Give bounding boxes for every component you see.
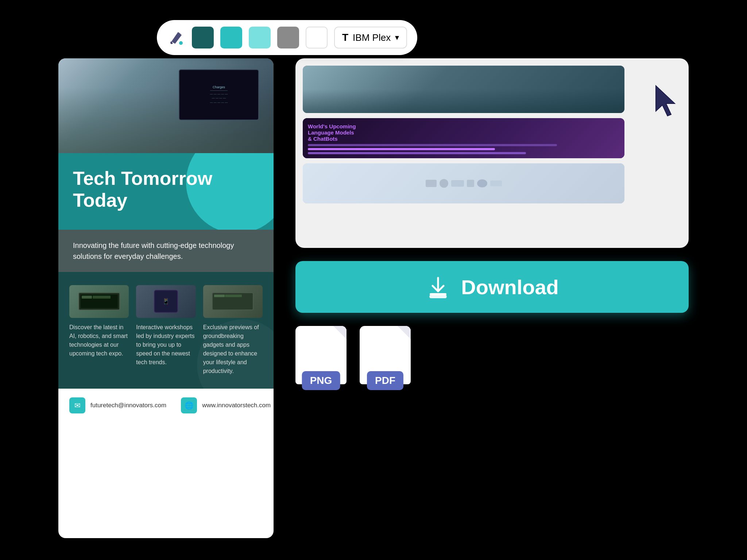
globe-icon: 🌐 [181, 397, 197, 413]
file-format-pdf[interactable]: PDF [360, 326, 411, 384]
contact-website-text: www.innovatorstech.com [202, 402, 271, 409]
photo-background: Charges — — — — —— — — —— — — — — [58, 58, 274, 153]
feature-item-2: 📱 Interactive workshops led by industry … [136, 285, 196, 376]
feature-text-1: Discover the latest in AI, robotics, and… [69, 323, 129, 358]
svg-marker-1 [656, 86, 675, 116]
poster-subtitle-text: Innovating the future with cutting-edge … [73, 240, 259, 262]
preview-thumbnails: World's UpcomingLanguage Models& ChatBot… [303, 66, 624, 203]
color-swatch-medium-teal[interactable] [220, 27, 242, 48]
feature-text-3: Exclusive previews of groundbreaking gad… [203, 323, 263, 376]
cursor-arrow-icon [652, 84, 681, 118]
font-name-label: IBM Plex [353, 32, 391, 43]
features-grid: Discover the latest in AI, robotics, and… [69, 285, 263, 376]
poster-hero-section: Tech Tomorrow Today [58, 153, 274, 230]
svg-rect-2 [430, 293, 446, 295]
contact-email-text: futuretech@innovators.com [90, 402, 166, 409]
contact-email-item: ✉ futuretech@innovators.com [69, 397, 166, 413]
preview-thumb-2: World's UpcomingLanguage Models& ChatBot… [303, 118, 624, 158]
font-selector-dropdown[interactable]: T IBM Plex ▾ [334, 27, 407, 48]
right-panel: World's UpcomingLanguage Models& ChatBot… [295, 58, 689, 538]
poster-photo: Charges — — — — —— — — —— — — — — [58, 58, 274, 153]
poster-subtitle-section: Innovating the future with cutting-edge … [58, 230, 274, 272]
chevron-down-icon: ▾ [395, 33, 399, 42]
color-swatch-gray[interactable] [277, 27, 299, 48]
feature-item-1: Discover the latest in AI, robotics, and… [69, 285, 129, 376]
poster-title: Tech Tomorrow Today [73, 168, 259, 211]
preview-thumb-3 [303, 163, 624, 203]
color-swatch-light-teal[interactable] [249, 27, 271, 48]
paint-bucket-icon[interactable] [167, 28, 185, 47]
download-button-label: Download [461, 275, 559, 299]
color-swatch-white[interactable] [306, 27, 328, 48]
feature-item-3: Exclusive previews of groundbreaking gad… [203, 285, 263, 376]
poster-footer: ✉ futuretech@innovators.com 🌐 www.innova… [58, 389, 274, 422]
feature-thumbnail-3 [203, 285, 263, 318]
contact-website-item: 🌐 www.innovatorstech.com [181, 397, 271, 413]
font-t-icon: T [342, 32, 348, 43]
preview-thumb-1 [303, 66, 624, 113]
pdf-badge: PDF [367, 371, 403, 390]
toolbar: T IBM Plex ▾ [157, 20, 417, 55]
png-badge: PNG [302, 371, 340, 390]
download-icon [425, 274, 451, 300]
poster-features-section: Discover the latest in AI, robotics, and… [58, 272, 274, 389]
file-format-png[interactable]: PNG [295, 326, 347, 384]
download-button[interactable]: Download [295, 261, 689, 313]
preview-card: World's UpcomingLanguage Models& ChatBot… [295, 58, 689, 248]
feature-thumbnail-2: 📱 [136, 285, 196, 318]
poster-panel: Charges — — — — —— — — —— — — — — Tech T… [58, 58, 274, 538]
svg-point-0 [179, 41, 183, 45]
main-content: Charges — — — — —— — — —— — — — — Tech T… [58, 58, 689, 538]
file-formats: PNG PDF [295, 326, 689, 384]
email-icon: ✉ [69, 397, 85, 413]
feature-thumbnail-1 [69, 285, 129, 318]
color-swatch-dark-teal[interactable] [192, 27, 214, 48]
feature-text-2: Interactive workshops led by industry ex… [136, 323, 196, 367]
